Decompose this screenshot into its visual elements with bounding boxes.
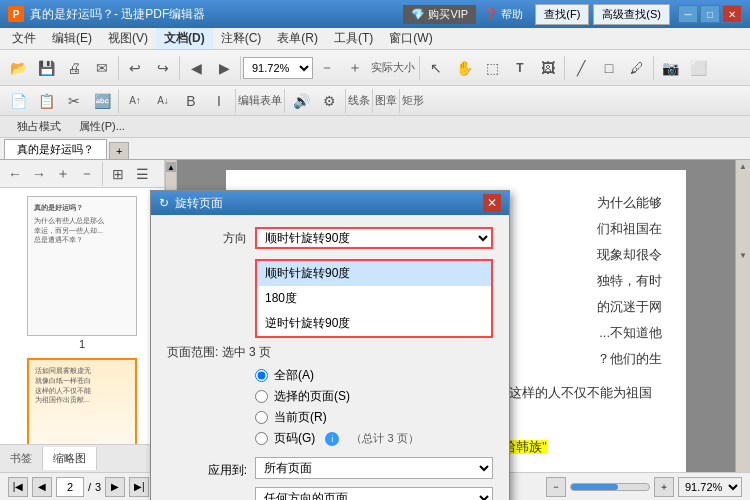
next-page-btn[interactable]: ▶ (210, 54, 238, 82)
dropdown-item-2[interactable]: 180度 (257, 286, 491, 311)
sidebar-toolbar: ← → ＋ － ⊞ ☰ (0, 160, 164, 188)
text-btn[interactable]: T (506, 54, 534, 82)
minimize-btn[interactable]: ─ (678, 5, 698, 23)
advanced-find-btn[interactable]: 高级查找(S) (593, 4, 670, 25)
zoom-slider[interactable] (570, 483, 650, 491)
apply-select-1[interactable]: 所有页面 (255, 457, 493, 479)
menu-view[interactable]: 视图(V) (100, 28, 156, 49)
dropdown-container: 顺时针旋转90度 180度 逆时针旋转90度 (167, 259, 493, 338)
zoom-select[interactable]: 91.72% (243, 57, 313, 79)
sidebar-zoom-out[interactable]: － (76, 163, 98, 185)
direction-select[interactable]: 顺时针旋转90度 180度 逆时针旋转90度 (255, 227, 493, 249)
select-btn[interactable]: ⬚ (478, 54, 506, 82)
apply-select-2[interactable]: 任何方向的页面 (255, 487, 493, 500)
thumb-2[interactable]: 活如同晨雾般虚无 就像白纸一样苍白 这样的人不仅不能 为祖国作出贡献... 2 (27, 358, 137, 444)
redo-btn[interactable]: ↪ (149, 54, 177, 82)
sidebar-sep (102, 162, 103, 186)
sidebar-tab-thumbnail[interactable]: 缩略图 (43, 447, 97, 470)
line-btn[interactable]: ╱ (567, 54, 595, 82)
maximize-btn[interactable]: □ (700, 5, 720, 23)
prev-page-nav-btn[interactable]: ◀ (32, 477, 52, 497)
menu-file[interactable]: 文件 (4, 28, 44, 49)
dialog-icon: ↻ (159, 196, 169, 210)
menu-doc[interactable]: 文档(D) (156, 28, 213, 49)
tb2-btn8[interactable]: I (205, 87, 233, 115)
radio-current[interactable]: 当前页(R) (255, 409, 493, 426)
speaker-btn[interactable]: 🔊 (287, 87, 315, 115)
page-count: （总计 3 页） (351, 431, 418, 446)
zoom-select-bottom[interactable]: 91.72% (678, 477, 742, 497)
zoom-out-nav-btn[interactable]: － (546, 477, 566, 497)
next-page-nav-btn[interactable]: ▶ (105, 477, 125, 497)
dialog-close-btn[interactable]: ✕ (483, 194, 501, 212)
last-page-btn[interactable]: ▶| (129, 477, 149, 497)
open-btn[interactable]: 📂 (4, 54, 32, 82)
find-btn[interactable]: 查找(F) (535, 4, 589, 25)
sidebar-tab-bookmark[interactable]: 书签 (0, 447, 43, 470)
radio-all[interactable]: 全部(A) (255, 367, 493, 384)
sep11 (372, 89, 373, 113)
tb2-btn2[interactable]: 📋 (32, 87, 60, 115)
tab-bar: 真的是好运吗？ + (0, 138, 750, 160)
email-btn[interactable]: ✉ (88, 54, 116, 82)
zoom-in-nav-btn[interactable]: ＋ (654, 477, 674, 497)
sidebar-list-btn[interactable]: ☰ (131, 163, 153, 185)
shape-btn[interactable]: □ (595, 54, 623, 82)
zoom-in-btn[interactable]: ＋ (341, 54, 369, 82)
menu-tool[interactable]: 工具(T) (326, 28, 381, 49)
sidebar-grid-btn[interactable]: ⊞ (107, 163, 129, 185)
menu-annotation[interactable]: 注释(C) (213, 28, 270, 49)
camera-btn[interactable]: 📷 (656, 54, 684, 82)
highlight-btn[interactable]: 🖊 (623, 54, 651, 82)
tb2-btn3[interactable]: ✂ (60, 87, 88, 115)
apply-label-row: 应用到: 所有页面 (167, 457, 493, 483)
dialog-title: 旋转页面 (175, 195, 483, 212)
current-page-input[interactable] (56, 477, 84, 497)
radio-selected[interactable]: 选择的页面(S) (255, 388, 493, 405)
sep8 (235, 89, 236, 113)
thumb-1[interactable]: 真的是好运吗？ 为什么有些人总是那么 幸运，而另一些人却... 总是遭遇不幸？ … (27, 196, 137, 350)
help-btn[interactable]: ❓ 帮助 (484, 7, 523, 22)
right-scrollbar[interactable]: ▲ ▼ (735, 160, 750, 472)
print-btn[interactable]: 🖨 (60, 54, 88, 82)
direction-label: 方向 (167, 230, 247, 247)
mode-exclusive[interactable]: 独占模式 (8, 116, 70, 137)
tb2-btn5[interactable]: A↑ (121, 87, 149, 115)
tab-main[interactable]: 真的是好运吗？ (4, 139, 107, 159)
sidebar-zoom-in[interactable]: ＋ (52, 163, 74, 185)
save-btn[interactable]: 💾 (32, 54, 60, 82)
tb2-btn1[interactable]: 📄 (4, 87, 32, 115)
form-btn[interactable]: ⬜ (684, 54, 712, 82)
sep2 (179, 56, 180, 80)
nav-controls: |◀ ◀ / 3 ▶ ▶| (8, 477, 149, 497)
image-btn[interactable]: 🖼 (534, 54, 562, 82)
sidebar-btn2[interactable]: → (28, 163, 50, 185)
vip-btn[interactable]: 💎 购买VIP (403, 5, 476, 24)
menu-edit[interactable]: 编辑(E) (44, 28, 100, 49)
prev-page-btn[interactable]: ◀ (182, 54, 210, 82)
close-btn[interactable]: ✕ (722, 5, 742, 23)
menu-window[interactable]: 窗口(W) (381, 28, 440, 49)
sep3 (240, 56, 241, 80)
first-page-btn[interactable]: |◀ (8, 477, 28, 497)
tab-add[interactable]: + (109, 142, 129, 159)
actual-size-label: 实际大小 (371, 60, 415, 75)
settings-btn[interactable]: ⚙ (315, 87, 343, 115)
zoom-out-btn[interactable]: － (313, 54, 341, 82)
radio-group: 全部(A) 选择的页面(S) 当前页(R) 页码(G) i （总计 3 (255, 367, 493, 447)
app-icon: P (8, 6, 24, 22)
radio-pages[interactable]: 页码(G) i （总计 3 页） (255, 430, 493, 447)
tb2-btn6[interactable]: A↓ (149, 87, 177, 115)
menu-form[interactable]: 表单(R) (269, 28, 326, 49)
mode-properties[interactable]: 属性(P)... (70, 116, 134, 137)
sidebar-tabs: 书签 缩略图 (0, 444, 164, 472)
hand-btn[interactable]: ✋ (450, 54, 478, 82)
sidebar-btn1[interactable]: ← (4, 163, 26, 185)
tb2-btn4[interactable]: 🔤 (88, 87, 116, 115)
cursor-btn[interactable]: ↖ (422, 54, 450, 82)
apply-direction-row: 任何方向的页面 (167, 487, 493, 500)
tb2-btn7[interactable]: B (177, 87, 205, 115)
undo-btn[interactable]: ↩ (121, 54, 149, 82)
dropdown-item-1[interactable]: 顺时针旋转90度 (257, 261, 491, 286)
dropdown-item-3[interactable]: 逆时针旋转90度 (257, 311, 491, 336)
